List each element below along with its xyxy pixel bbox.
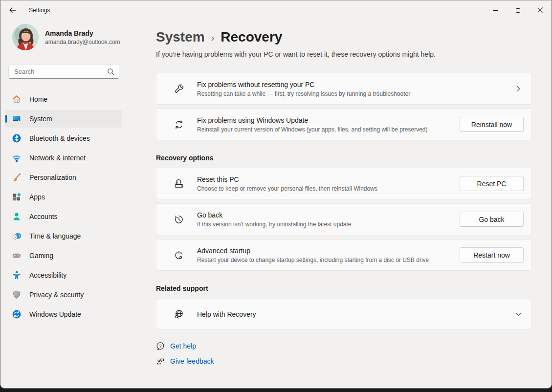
- get-help-link[interactable]: ? Get help: [156, 342, 196, 350]
- reset-pc-title: Reset this PC: [197, 175, 454, 183]
- go-back-card: Go back If this version isn’t working, t…: [156, 203, 532, 235]
- page-title: Recovery: [221, 27, 282, 47]
- svg-text:?: ?: [159, 344, 162, 348]
- chevron-down-icon[interactable]: [515, 311, 522, 318]
- help-with-recovery-title: Help with Recovery: [197, 310, 509, 318]
- sidebar: Amanda Brady amanda.brady@outlook.com: [0, 20, 142, 389]
- reset-pc-subtitle: Choose to keep or remove your personal f…: [197, 185, 454, 192]
- windows-update-fix-card: Fix problems using Windows Update Reinst…: [156, 109, 532, 140]
- home-icon: [12, 94, 22, 104]
- history-clock-icon: [173, 214, 185, 225]
- sidebar-item-label: Accessibility: [29, 271, 66, 279]
- advanced-startup-title: Advanced startup: [197, 247, 454, 255]
- related-support-heading: Related support: [156, 284, 532, 292]
- sidebar-item-label: Bluetooth & devices: [29, 134, 90, 142]
- maximize-icon: [516, 8, 520, 13]
- advanced-startup-subtitle: Restart your device to change startup se…: [197, 257, 454, 263]
- sidebar-item-label: Time & language: [29, 232, 81, 240]
- time-language-icon: [12, 231, 22, 241]
- breadcrumb-separator-icon: ›: [211, 26, 215, 47]
- recovery-options-group: Reset this PC Choose to keep or remove y…: [156, 168, 532, 271]
- give-feedback-label: Give feedback: [170, 357, 214, 365]
- get-help-label: Get help: [170, 342, 196, 350]
- user-email: amanda.brady@outlook.com: [45, 39, 120, 45]
- window-title: Settings: [29, 7, 50, 14]
- sidebar-item-label: Windows Update: [29, 310, 81, 318]
- fix-problems-group: Fix problems without resetting your PC R…: [156, 73, 532, 140]
- give-feedback-link[interactable]: Give feedback: [156, 357, 214, 366]
- maximize-button[interactable]: [507, 0, 529, 20]
- sidebar-item-label: Gaming: [29, 252, 53, 260]
- recovery-options-heading: Recovery options: [156, 154, 532, 162]
- bluetooth-icon: [12, 133, 22, 143]
- back-arrow-icon: [9, 6, 17, 14]
- advanced-startup-card: Advanced startup Restart your device to …: [156, 239, 532, 271]
- page-description: If you’re having problems with your PC o…: [156, 50, 532, 58]
- help-with-recovery-card[interactable]: Help with Recovery: [156, 298, 532, 330]
- reset-pc-icon: [173, 178, 185, 190]
- apps-icon: [12, 192, 22, 202]
- sidebar-item-label: Personalization: [29, 174, 76, 181]
- power-gear-icon: [173, 249, 185, 261]
- close-button[interactable]: [529, 0, 552, 20]
- sidebar-nav: Home System: [5, 90, 142, 323]
- sidebar-item-home[interactable]: Home: [5, 90, 122, 108]
- sidebar-item-system[interactable]: System: [5, 110, 122, 128]
- sidebar-item-label: System: [29, 115, 52, 123]
- sidebar-item-label: Home: [29, 95, 47, 103]
- back-button[interactable]: [3, 3, 22, 18]
- settings-window: Settings: [0, 0, 552, 389]
- sidebar-item-label: Accounts: [29, 213, 58, 220]
- privacy-icon: [12, 290, 22, 300]
- close-icon: [537, 7, 543, 13]
- sidebar-item-bluetooth[interactable]: Bluetooth & devices: [5, 130, 122, 147]
- sidebar-item-apps[interactable]: Apps: [5, 188, 122, 206]
- sidebar-item-accessibility[interactable]: Accessibility: [5, 266, 122, 284]
- sidebar-item-label: Privacy & security: [29, 291, 84, 299]
- troubleshoot-title: Fix problems without resetting your PC: [197, 81, 509, 88]
- breadcrumb: System › Recovery: [156, 26, 532, 47]
- restart-now-button[interactable]: Restart now: [460, 247, 524, 262]
- windows-update-fix-title: Fix problems using Windows Update: [197, 116, 454, 124]
- sidebar-item-personalization[interactable]: Personalization: [5, 169, 122, 186]
- user-profile[interactable]: Amanda Brady amanda.brady@outlook.com: [12, 24, 142, 50]
- help-bubble-icon: ?: [156, 342, 165, 350]
- sidebar-item-network[interactable]: Network & internet: [5, 149, 122, 167]
- accounts-icon: [12, 212, 22, 221]
- reset-pc-card: Reset this PC Choose to keep or remove y…: [156, 168, 532, 199]
- search-box[interactable]: [8, 64, 119, 79]
- network-icon: [12, 153, 22, 163]
- breadcrumb-parent[interactable]: System: [156, 27, 205, 47]
- feedback-icon: [156, 357, 165, 366]
- sidebar-item-accounts[interactable]: Accounts: [5, 208, 122, 225]
- avatar: [12, 24, 39, 50]
- sidebar-item-label: Apps: [29, 193, 45, 201]
- minimize-button[interactable]: [484, 0, 507, 20]
- user-name: Amanda Brady: [45, 29, 120, 37]
- go-back-button[interactable]: Go back: [460, 212, 524, 227]
- personalization-icon: [12, 173, 22, 182]
- gaming-icon: [12, 251, 22, 261]
- related-support-group: Help with Recovery: [156, 298, 532, 330]
- search-input[interactable]: [14, 68, 107, 75]
- reinstall-now-button[interactable]: Reinstall now: [460, 117, 524, 132]
- main-content: System › Recovery If you’re having probl…: [142, 20, 552, 389]
- sync-icon: [173, 119, 185, 131]
- troubleshoot-card[interactable]: Fix problems without resetting your PC R…: [156, 73, 532, 105]
- search-icon[interactable]: [107, 68, 114, 75]
- sidebar-item-time-language[interactable]: Time & language: [5, 227, 122, 245]
- troubleshoot-subtitle: Resetting can take a while — first, try …: [197, 90, 509, 97]
- user-info: Amanda Brady amanda.brady@outlook.com: [45, 29, 120, 45]
- support-links: ? Get help Give feedback: [156, 342, 532, 366]
- go-back-subtitle: If this version isn’t working, try unins…: [197, 221, 454, 228]
- system-icon: [12, 114, 22, 124]
- reset-pc-button[interactable]: Reset PC: [460, 176, 524, 191]
- sidebar-item-windows-update[interactable]: Windows Update: [5, 305, 122, 323]
- sidebar-item-privacy[interactable]: Privacy & security: [5, 286, 122, 304]
- sidebar-item-label: Network & internet: [29, 154, 86, 162]
- globe-search-icon: [173, 308, 185, 320]
- sidebar-item-gaming[interactable]: Gaming: [5, 247, 122, 264]
- go-back-title: Go back: [197, 211, 454, 219]
- minimize-icon: [493, 10, 498, 11]
- window-controls: [484, 0, 552, 20]
